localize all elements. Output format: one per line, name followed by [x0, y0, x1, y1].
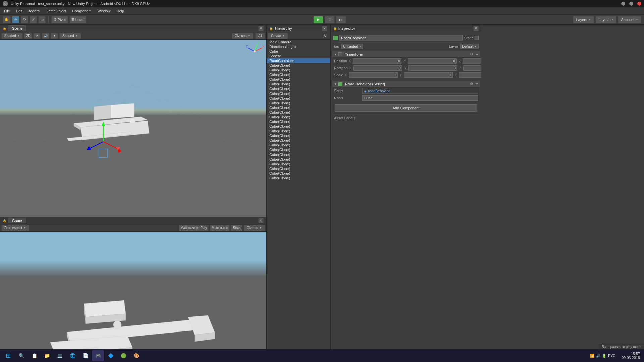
maximize-btn[interactable]	[629, 2, 633, 6]
rot-z-input[interactable]	[463, 65, 481, 71]
scale-z-input[interactable]	[459, 72, 481, 78]
game-tab[interactable]: Game	[8, 218, 26, 223]
menu-window[interactable]: Window	[95, 8, 113, 14]
scene-viewport[interactable]: X Y Z	[0, 40, 266, 217]
menu-file[interactable]: File	[1, 8, 13, 14]
transform-header[interactable]: ▼ Transform ⚙ ≡	[332, 51, 480, 58]
layout-dropdown[interactable]: Layout ▼	[595, 16, 616, 23]
road-value-input[interactable]	[362, 95, 478, 101]
mute-audio-btn[interactable]: Mute audio	[210, 225, 230, 231]
hierarchy-item[interactable]: Directional Light	[267, 44, 330, 49]
hierarchy-item[interactable]: Cube(Clone)	[267, 171, 330, 176]
hand-tool-btn[interactable]: ✋	[3, 16, 11, 23]
close-btn[interactable]	[637, 2, 641, 6]
lighting-btn[interactable]: ☀	[33, 33, 41, 39]
play-button[interactable]: ▶	[313, 16, 323, 23]
static-checkbox[interactable]	[475, 36, 479, 40]
game-viewport[interactable]	[0, 232, 266, 349]
hierarchy-item[interactable]: Cube(Clone)	[267, 68, 330, 72]
menu-help[interactable]: Help	[114, 8, 127, 14]
hierarchy-item[interactable]: Cube(Clone)	[267, 115, 330, 119]
transform-settings-icon[interactable]: ⚙	[470, 52, 473, 56]
shading-dropdown[interactable]: Shaded ▼	[1, 33, 23, 39]
2d-btn[interactable]: 2D	[24, 33, 32, 39]
hierarchy-item[interactable]: Cube(Clone)	[267, 77, 330, 82]
pos-z-input[interactable]	[463, 58, 481, 64]
object-enabled-checkbox[interactable]	[333, 36, 338, 40]
local-btn[interactable]: ⊞ Local	[69, 16, 86, 23]
hierarchy-item[interactable]: Cube(Clone)	[267, 82, 330, 86]
hierarchy-item[interactable]: RoadContainer	[267, 58, 330, 63]
hierarchy-item[interactable]: Sphere	[267, 54, 330, 58]
hierarchy-close-btn[interactable]: ✕	[322, 26, 327, 31]
unity-taskbar-btn[interactable]: 🎮	[92, 350, 104, 361]
pause-button[interactable]: ⏸	[325, 16, 335, 23]
hierarchy-item[interactable]: Cube(Clone)	[267, 86, 330, 91]
pivot-btn[interactable]: ⊙ Pivot	[51, 16, 68, 23]
hierarchy-item[interactable]: Cube(Clone)	[267, 96, 330, 101]
scale-tool-btn[interactable]: ⤢	[30, 16, 37, 23]
aspect-dropdown[interactable]: Free Aspect ▼	[1, 225, 29, 231]
menu-gameobject[interactable]: GameObject	[43, 8, 69, 14]
road-behavior-menu-icon[interactable]: ≡	[476, 82, 478, 86]
rect-tool-btn[interactable]: ▭	[38, 16, 46, 23]
hierarchy-item[interactable]: Cube(Clone)	[267, 63, 330, 68]
step-button[interactable]: ⏭	[336, 16, 346, 23]
game-close-btn[interactable]: ✕	[258, 218, 264, 223]
scene-shading-dropdown2[interactable]: Shaded ▼	[59, 33, 81, 39]
search-taskbar-btn[interactable]: 🔍	[15, 350, 28, 361]
hierarchy-item[interactable]: Cube(Clone)	[267, 91, 330, 96]
menu-edit[interactable]: Edit	[13, 8, 25, 14]
scene-tab[interactable]: Scene	[8, 25, 26, 31]
road-behavior-header[interactable]: ▼ Road Behavior (Script) ⚙ ≡	[332, 81, 480, 87]
gizmos-dropdown[interactable]: Gizmos ▼	[232, 33, 253, 39]
fx-btn[interactable]: ✦	[51, 33, 58, 39]
hierarchy-item[interactable]: Cube(Clone)	[267, 124, 330, 129]
transform-enabled-checkbox[interactable]	[338, 52, 342, 56]
hierarchy-item[interactable]: Cube(Clone)	[267, 138, 330, 143]
hierarchy-item[interactable]: Cube(Clone)	[267, 133, 330, 138]
hierarchy-item[interactable]: Cube(Clone)	[267, 101, 330, 105]
audio-btn[interactable]: 🔊	[42, 33, 49, 39]
hierarchy-all-btn[interactable]: All	[322, 34, 329, 38]
hierarchy-item[interactable]: Cube(Clone)	[267, 162, 330, 166]
hierarchy-item[interactable]: Cube(Clone)	[267, 157, 330, 162]
hierarchy-create-btn[interactable]: Create ▼	[268, 33, 288, 39]
hierarchy-item[interactable]: Cube(Clone)	[267, 129, 330, 133]
layers-dropdown[interactable]: Layers ▼	[573, 16, 594, 23]
account-dropdown[interactable]: Account ▼	[618, 16, 641, 23]
minimize-btn[interactable]	[621, 2, 625, 6]
taskview-btn[interactable]: 📋	[28, 350, 40, 361]
word-btn[interactable]: 📄	[79, 350, 91, 361]
scale-y-input[interactable]	[404, 72, 453, 78]
hierarchy-item[interactable]: Cube(Clone)	[267, 176, 330, 180]
maximize-play-btn[interactable]: Maximize on Play	[179, 225, 209, 231]
app6-btn[interactable]: 🟢	[117, 350, 129, 361]
menu-assets[interactable]: Assets	[26, 8, 42, 14]
add-component-button[interactable]: Add Component	[335, 104, 477, 112]
layer-dropdown[interactable]: Default ▼	[460, 44, 479, 49]
hierarchy-item[interactable]: Cube(Clone)	[267, 166, 330, 171]
hierarchy-item[interactable]: Cube	[267, 49, 330, 54]
hierarchy-item[interactable]: Cube(Clone)	[267, 147, 330, 152]
hierarchy-item[interactable]: Main Camera	[267, 40, 330, 44]
scale-x-input[interactable]	[349, 72, 398, 78]
object-name-input[interactable]	[339, 35, 463, 41]
chrome-btn[interactable]: 🌐	[66, 350, 78, 361]
rot-x-input[interactable]	[353, 65, 402, 71]
all-btn[interactable]: All	[255, 33, 265, 39]
inspector-close-btn[interactable]: ✕	[473, 26, 479, 31]
hierarchy-item[interactable]: Cube(Clone)	[267, 152, 330, 157]
tag-dropdown[interactable]: Untagted ▼	[341, 44, 363, 49]
stats-btn[interactable]: Stats	[231, 225, 242, 231]
scene-close-btn[interactable]: ✕	[258, 26, 264, 31]
road-behavior-settings-icon[interactable]: ⚙	[470, 82, 473, 86]
road-behavior-enabled-checkbox[interactable]	[338, 82, 342, 86]
move-tool-btn[interactable]: ✛	[12, 16, 19, 23]
app5-btn[interactable]: 🔷	[105, 350, 117, 361]
pos-y-input[interactable]	[408, 58, 457, 64]
explorer-btn[interactable]: 📁	[41, 350, 53, 361]
rot-y-input[interactable]	[408, 65, 457, 71]
rotate-tool-btn[interactable]: ↻	[21, 16, 28, 23]
transform-menu-icon[interactable]: ≡	[476, 52, 478, 56]
